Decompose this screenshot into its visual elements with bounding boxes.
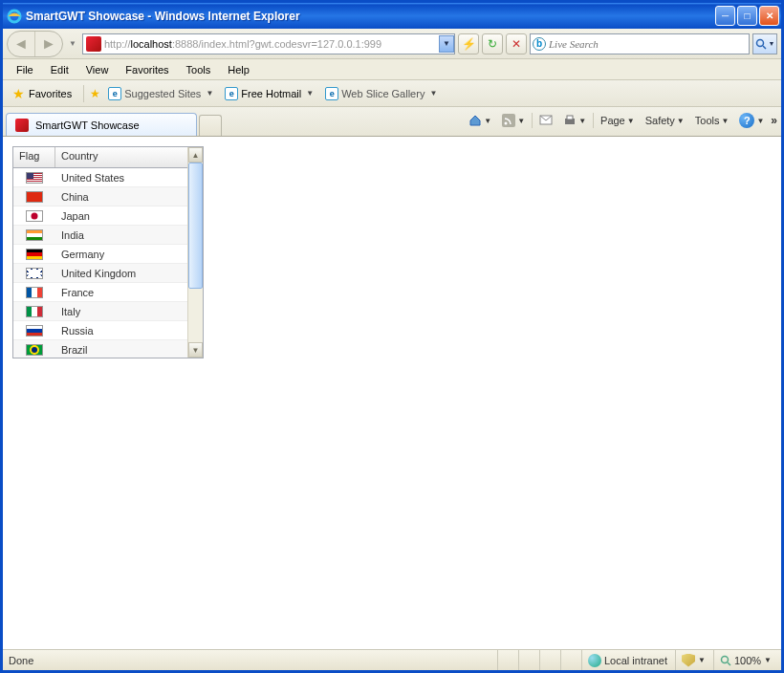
svg-line-2 <box>763 46 766 49</box>
table-row[interactable]: Russia <box>13 321 187 340</box>
scroll-thumb[interactable] <box>188 163 203 289</box>
ie-window: SmartGWT Showcase - Windows Internet Exp… <box>0 0 784 673</box>
cmd-page-label: Page <box>600 115 625 126</box>
flag-icon <box>26 210 43 222</box>
scroll-down-button[interactable]: ▼ <box>188 342 203 358</box>
scroll-track[interactable] <box>188 163 203 342</box>
menu-favorites[interactable]: Favorites <box>118 62 176 77</box>
status-zoom[interactable]: 100% ▼ <box>713 650 777 670</box>
status-protected[interactable]: ▼ <box>675 650 711 670</box>
svg-rect-7 <box>567 116 573 119</box>
table-row[interactable]: Germany <box>13 245 187 264</box>
chevron-down-icon: ▼ <box>764 656 772 664</box>
window-buttons: ─ □ ✕ <box>715 6 779 26</box>
flag-icon <box>26 287 43 298</box>
cmd-tools[interactable]: Tools▼ <box>691 113 733 128</box>
shield-icon <box>682 654 695 667</box>
status-text: Done <box>7 655 495 666</box>
add-favorite-icon[interactable]: ★ <box>90 87 100 100</box>
e-icon: e <box>225 87 238 100</box>
site-icon <box>86 36 101 52</box>
address-dropdown[interactable]: ▼ <box>439 35 454 53</box>
ie-icon <box>7 9 22 24</box>
cell-country: Russia <box>55 325 187 336</box>
fav-item-label: Suggested Sites <box>124 88 201 99</box>
menu-help[interactable]: Help <box>220 62 257 77</box>
nav-toolbar: ◄ ► ▼ http://localhost:8888/index.html?g… <box>3 29 781 59</box>
table-row[interactable]: Italy <box>13 302 187 321</box>
zoom-label: 100% <box>734 655 761 666</box>
minimize-button[interactable]: ─ <box>715 6 735 26</box>
back-button[interactable]: ◄ <box>8 32 34 56</box>
overflow-chevron-icon[interactable]: » <box>771 114 777 127</box>
grid-body: Flag Country United StatesChinaJapanIndi… <box>13 147 187 358</box>
flag-icon <box>26 306 43 317</box>
cmd-home[interactable]: ▼ <box>465 112 495 129</box>
svg-point-8 <box>721 656 728 662</box>
flag-icon <box>26 229 43 241</box>
menu-tools[interactable]: Tools <box>179 62 219 77</box>
status-pane <box>518 650 537 670</box>
globe-icon <box>588 654 601 667</box>
cmd-mail[interactable] <box>535 113 556 128</box>
cmd-print[interactable]: ▼ <box>559 112 590 129</box>
maximize-button[interactable]: □ <box>737 6 757 26</box>
menu-edit[interactable]: Edit <box>43 62 76 77</box>
flag-icon <box>26 344 43 356</box>
cell-flag <box>13 286 55 298</box>
address-bar[interactable]: http://localhost:8888/index.html?gwt.cod… <box>82 33 455 54</box>
search-bar[interactable]: b <box>530 33 750 54</box>
table-row[interactable]: United Kingdom <box>13 264 187 283</box>
cell-flag <box>13 267 55 279</box>
compat-button[interactable]: ⚡ <box>458 33 479 54</box>
table-row[interactable]: United States <box>13 168 187 187</box>
header-flag[interactable]: Flag <box>13 147 55 167</box>
star-icon: ★ <box>12 86 25 101</box>
fav-web-slice[interactable]: e Web Slice Gallery ▼ <box>321 85 441 102</box>
table-row[interactable]: Japan <box>13 206 187 226</box>
status-zone[interactable]: Local intranet <box>581 650 673 670</box>
menu-file[interactable]: File <box>9 62 41 77</box>
refresh-button[interactable]: ↻ <box>482 33 503 54</box>
tab-smartgwt[interactable]: SmartGWT Showcase <box>6 113 197 136</box>
close-button[interactable]: ✕ <box>759 6 779 26</box>
table-row[interactable]: Brazil <box>13 340 187 358</box>
status-pane <box>560 650 579 670</box>
cmd-feeds[interactable]: ▼ <box>498 112 529 129</box>
flag-icon <box>26 268 43 279</box>
cmd-safety-label: Safety <box>645 115 675 126</box>
cell-country: United States <box>55 172 187 184</box>
fav-free-hotmail[interactable]: e Free Hotmail ▼ <box>221 85 317 102</box>
chevron-down-icon: ▼ <box>306 89 314 98</box>
menu-bar: File Edit View Favorites Tools Help <box>3 59 781 80</box>
command-bar: ▼ ▼ ▼ Page▼ Safety▼ Tools▼ ?▼ » <box>465 111 777 130</box>
scroll-up-button[interactable]: ▲ <box>188 147 203 163</box>
chevron-down-icon: ▼ <box>698 656 706 664</box>
fav-suggested-sites[interactable]: e Suggested Sites ▼ <box>104 85 217 102</box>
new-tab-button[interactable] <box>199 115 222 136</box>
tab-bar: SmartGWT Showcase ▼ ▼ ▼ Page▼ Safety▼ To… <box>3 107 781 136</box>
search-input[interactable] <box>549 38 749 50</box>
zone-label: Local intranet <box>604 655 667 666</box>
header-country[interactable]: Country <box>55 147 187 167</box>
grid-header: Flag Country <box>13 147 187 168</box>
stop-button[interactable]: ✕ <box>506 33 527 54</box>
cell-country: Italy <box>55 306 187 317</box>
table-row[interactable]: China <box>13 187 187 206</box>
svg-line-9 <box>728 662 730 665</box>
table-row[interactable]: France <box>13 283 187 302</box>
favorites-button[interactable]: ★ Favorites <box>7 84 77 103</box>
cell-flag <box>13 171 55 184</box>
cell-country: Brazil <box>55 344 187 356</box>
nav-history-dropdown[interactable]: ▼ <box>66 39 79 48</box>
search-button[interactable]: ▼ <box>752 33 777 54</box>
table-row[interactable]: India <box>13 226 187 245</box>
cell-flag <box>13 248 55 260</box>
forward-button[interactable]: ► <box>35 32 62 56</box>
cmd-help[interactable]: ?▼ <box>735 111 768 130</box>
cmd-page[interactable]: Page▼ <box>597 113 639 128</box>
e-icon: e <box>108 87 121 100</box>
cmd-safety[interactable]: Safety▼ <box>642 113 688 128</box>
menu-view[interactable]: View <box>78 62 117 77</box>
bing-icon: b <box>533 37 546 51</box>
